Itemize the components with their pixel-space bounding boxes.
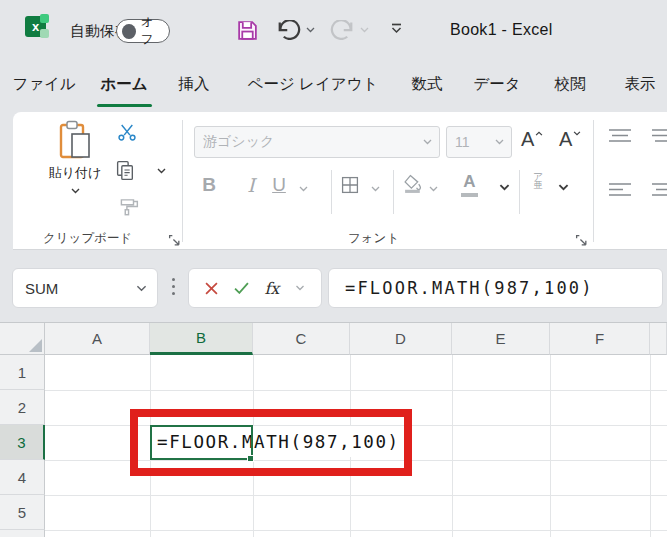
ribbon-tab-row: ファイル ホーム 挿入 ページ レイアウト 数式 データ 校閲 表示 — [0, 62, 667, 112]
copy-icon[interactable] — [116, 160, 135, 181]
group-separator — [593, 120, 594, 242]
formula-buttons: fx — [188, 268, 322, 308]
autosave-state: オフ — [141, 14, 164, 48]
undo-dropdown-icon[interactable] — [306, 27, 315, 33]
gridline — [45, 495, 667, 496]
small-separator — [331, 170, 332, 214]
fill-color-dropdown-icon[interactable] — [429, 186, 438, 192]
cut-icon[interactable] — [118, 124, 136, 141]
column-header-c[interactable]: C — [253, 323, 350, 355]
enter-icon[interactable] — [234, 282, 249, 294]
bold-button[interactable]: B — [197, 174, 221, 196]
tab-formulas[interactable]: 数式 — [412, 74, 443, 95]
row-header-5[interactable]: 5 — [0, 495, 45, 530]
phonetic-guide-icon[interactable]: ア 亜 — [527, 172, 549, 190]
redo-icon[interactable] — [330, 20, 355, 40]
select-all-triangle-icon — [29, 339, 42, 352]
clipboard-dialog-launcher-icon[interactable] — [168, 234, 181, 247]
fill-color-icon[interactable] — [403, 174, 424, 194]
gridline — [550, 355, 551, 537]
chevron-down-icon — [136, 285, 157, 292]
phonetic-dropdown-icon[interactable] — [558, 184, 569, 191]
tab-page-layout[interactable]: ページ レイアウト — [248, 74, 379, 95]
row-header-3[interactable]: 3 — [0, 425, 45, 460]
gridline — [650, 355, 651, 537]
row-header-2[interactable]: 2 — [0, 390, 45, 425]
copy-dropdown-icon[interactable] — [157, 168, 166, 174]
tab-home[interactable]: ホーム — [100, 74, 147, 95]
decrease-font-size-button[interactable]: A — [559, 128, 581, 151]
underline-dropdown-icon[interactable] — [299, 186, 308, 192]
red-annotation-box — [130, 409, 412, 476]
row-header-1[interactable]: 1 — [0, 355, 45, 390]
insert-function-icon[interactable]: fx — [264, 279, 279, 298]
font-name-value: 游ゴシック — [195, 133, 423, 151]
tab-insert[interactable]: 挿入 — [179, 74, 210, 95]
workbook-title: Book1 - Excel — [450, 21, 553, 39]
group-separator — [182, 120, 183, 242]
title-bar: x 自動保存 オフ Book1 - Excel — [0, 0, 667, 62]
italic-button[interactable]: I — [239, 174, 263, 196]
formula-bar-grip[interactable] — [172, 278, 175, 295]
save-icon[interactable] — [236, 19, 259, 42]
column-header-b[interactable]: B — [150, 323, 253, 355]
excel-window: x 自動保存 オフ Book1 - Excel — [0, 0, 667, 537]
font-dialog-launcher-icon[interactable] — [575, 234, 588, 247]
excel-app-icon[interactable]: x — [25, 16, 46, 37]
paste-label: 貼り付け — [38, 164, 112, 182]
chevron-down-icon — [495, 139, 511, 145]
borders-dropdown-icon[interactable] — [371, 186, 380, 192]
autosave-toggle[interactable]: オフ — [116, 19, 170, 43]
ribbon: 貼り付け クリップボード 游ゴシック — [13, 112, 667, 250]
formula-text: =FLOOR.MATH(987,100) — [329, 278, 594, 298]
font-color-icon[interactable]: A — [461, 172, 478, 197]
formula-bar: SUM fx =FLOOR.MATH(987,100) — [0, 250, 667, 322]
chevron-down-icon — [423, 139, 439, 145]
font-size-value: 11 — [447, 134, 495, 150]
gridline — [45, 530, 667, 531]
font-name-combo[interactable]: 游ゴシック — [194, 126, 440, 158]
column-header-partial[interactable] — [650, 323, 667, 355]
row-header-4[interactable]: 4 — [0, 460, 45, 495]
tab-view[interactable]: 表示 — [625, 74, 656, 95]
toggle-knob-icon — [122, 24, 136, 39]
paste-button[interactable]: 貼り付け — [38, 120, 112, 220]
small-separator — [393, 170, 394, 214]
small-separator — [519, 170, 520, 214]
top-align-icon[interactable] — [607, 128, 633, 145]
column-header-e[interactable]: E — [452, 323, 550, 355]
column-header-a[interactable]: A — [45, 323, 150, 355]
tab-file[interactable]: ファイル — [12, 74, 75, 95]
redo-dropdown-icon[interactable] — [360, 27, 369, 33]
borders-icon[interactable] — [341, 176, 359, 194]
middle-align-icon[interactable] — [650, 128, 667, 145]
clipboard-group-label: クリップボード — [43, 230, 132, 247]
formula-input[interactable]: =FLOOR.MATH(987,100) — [328, 268, 663, 308]
tab-data[interactable]: データ — [473, 74, 520, 95]
gridline — [45, 390, 667, 391]
name-box[interactable]: SUM — [12, 268, 158, 308]
tab-review[interactable]: 校閲 — [555, 74, 586, 95]
customize-quick-access-toolbar-icon[interactable] — [390, 23, 403, 34]
underline-button[interactable]: U — [267, 174, 291, 196]
format-painter-icon[interactable] — [117, 198, 139, 216]
align-center-icon[interactable] — [650, 182, 667, 199]
font-color-dropdown-icon[interactable] — [499, 184, 510, 191]
select-all-button[interactable] — [0, 323, 45, 355]
row-header-partial[interactable] — [0, 530, 45, 537]
worksheet-grid: A B C D E F 1 2 3 4 5 =FLOOR.MATH(987,10… — [0, 322, 667, 537]
chevron-down-icon[interactable] — [295, 285, 305, 291]
name-box-value: SUM — [13, 280, 136, 297]
font-size-combo[interactable]: 11 — [446, 126, 512, 158]
active-tab-underline — [97, 104, 152, 107]
align-left-icon[interactable] — [607, 182, 633, 199]
undo-icon[interactable] — [276, 20, 301, 40]
cancel-icon[interactable] — [205, 282, 218, 295]
column-header-f[interactable]: F — [550, 323, 650, 355]
font-group-label: フォント — [348, 230, 399, 247]
column-header-d[interactable]: D — [350, 323, 452, 355]
gridline — [452, 355, 453, 537]
increase-font-size-button[interactable]: A — [521, 128, 543, 151]
